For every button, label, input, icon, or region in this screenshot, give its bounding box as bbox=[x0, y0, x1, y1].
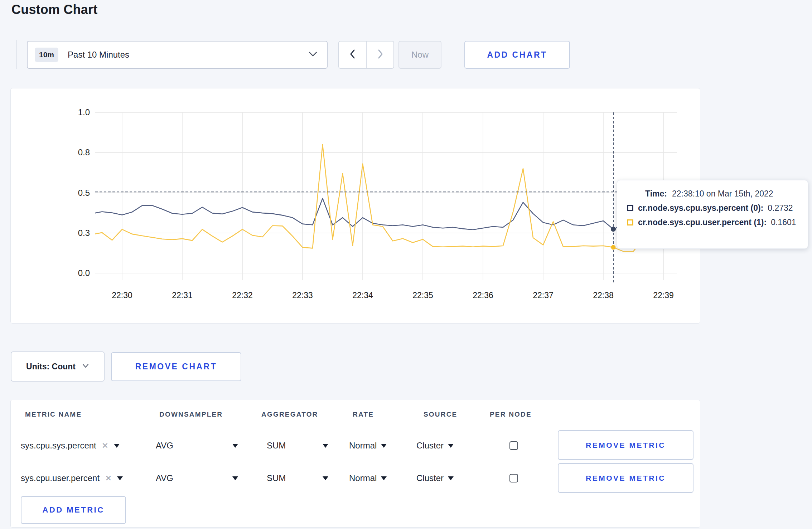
metric-name-value: sys.cpu.sys.percent bbox=[21, 441, 96, 451]
series-swatch-icon bbox=[627, 205, 633, 211]
add-chart-button[interactable]: ADD CHART bbox=[464, 41, 570, 69]
page-title: Custom Chart bbox=[11, 2, 97, 17]
downsampler-value: AVG bbox=[156, 441, 173, 451]
tooltip-series-entry: cr.node.sys.cpu.user.percent (1): 0.1601 bbox=[627, 218, 799, 227]
rate-value: Normal bbox=[349, 473, 377, 483]
crosshair-point-sys bbox=[611, 227, 616, 232]
metric-name-value: sys.cpu.user.percent bbox=[21, 473, 100, 483]
metric-name-select[interactable]: sys.cpu.user.percent ✕ bbox=[21, 464, 123, 492]
column-header-downsampler: DOWNSAMPLER bbox=[159, 411, 223, 418]
tooltip-time-row: Time:22:38:10 on Mar 15th, 2022 bbox=[645, 189, 799, 199]
downsampler-select[interactable]: AVG bbox=[156, 431, 238, 460]
source-value: Cluster bbox=[416, 473, 444, 483]
chart-card: 22:3022:3122:3222:3322:3422:3522:3622:37… bbox=[10, 88, 700, 324]
timeseries-chart[interactable]: 22:3022:3122:3222:3322:3422:3522:3622:37… bbox=[11, 88, 701, 324]
x-axis-tick-label: 22:33 bbox=[292, 291, 313, 300]
y-axis-tick-label: 0.5 bbox=[78, 188, 90, 198]
column-header-metric-name: METRIC NAME bbox=[25, 411, 82, 418]
chart-gridlines: 22:3022:3122:3222:3322:3422:3522:3622:37… bbox=[78, 107, 677, 300]
time-forward-button[interactable] bbox=[366, 42, 393, 68]
chevron-down-icon bbox=[308, 51, 318, 59]
add-metric-button[interactable]: ADD METRIC bbox=[21, 496, 126, 524]
dropdown-arrow-icon bbox=[323, 444, 328, 448]
tooltip-series-value: 0.2732 bbox=[768, 203, 793, 213]
time-range-dropdown[interactable]: 10m Past 10 Minutes bbox=[27, 41, 328, 69]
tooltip-time-label: Time: bbox=[645, 189, 667, 198]
units-dropdown[interactable]: Units: Count bbox=[11, 351, 105, 382]
column-header-rate: RATE bbox=[353, 411, 374, 418]
dropdown-arrow-icon bbox=[381, 444, 387, 448]
remove-metric-button[interactable]: REMOVE METRIC bbox=[558, 430, 693, 460]
clear-metric-icon[interactable]: ✕ bbox=[102, 441, 108, 451]
tooltip-series-label: cr.node.sys.cpu.sys.percent (0): bbox=[638, 203, 763, 213]
chart-hover-tooltip: Time:22:38:10 on Mar 15th, 2022 cr.node.… bbox=[617, 180, 808, 249]
y-axis-tick-label: 0.0 bbox=[78, 268, 90, 278]
rate-value: Normal bbox=[349, 441, 377, 451]
aggregator-value: SUM bbox=[267, 473, 286, 483]
x-axis-tick-label: 22:32 bbox=[232, 291, 253, 300]
units-label: Units: Count bbox=[26, 362, 76, 372]
x-axis-tick-label: 22:39 bbox=[653, 291, 674, 300]
series-line bbox=[92, 198, 673, 230]
x-axis-tick-label: 22:36 bbox=[473, 291, 493, 300]
remove-chart-button[interactable]: REMOVE CHART bbox=[111, 352, 241, 381]
y-axis-tick-label: 1.0 bbox=[78, 107, 90, 117]
dropdown-arrow-icon bbox=[232, 444, 238, 448]
x-axis-tick-label: 22:38 bbox=[593, 291, 614, 300]
rate-select[interactable]: Normal bbox=[349, 464, 387, 492]
series-line bbox=[92, 145, 673, 252]
rate-select[interactable]: Normal bbox=[349, 431, 387, 460]
metric-name-select[interactable]: sys.cpu.sys.percent ✕ bbox=[21, 431, 120, 460]
now-button[interactable]: Now bbox=[398, 41, 441, 69]
column-header-source: SOURCE bbox=[424, 411, 458, 418]
toolbar-left-divider bbox=[16, 40, 16, 69]
series-swatch-icon bbox=[627, 219, 633, 225]
tooltip-series-value: 0.1601 bbox=[771, 218, 796, 227]
crosshair-point-user bbox=[611, 245, 616, 250]
x-axis-tick-label: 22:31 bbox=[172, 291, 193, 300]
x-axis-tick-label: 22:37 bbox=[533, 291, 554, 300]
dropdown-arrow-icon bbox=[381, 476, 387, 480]
chevron-down-icon bbox=[82, 363, 89, 370]
clear-metric-icon[interactable]: ✕ bbox=[105, 474, 112, 483]
source-value: Cluster bbox=[416, 441, 444, 451]
aggregator-value: SUM bbox=[267, 441, 286, 451]
downsampler-value: AVG bbox=[156, 473, 173, 483]
x-axis-tick-label: 22:35 bbox=[412, 291, 433, 300]
chevron-left-icon bbox=[348, 49, 357, 61]
aggregator-select[interactable]: SUM bbox=[267, 431, 328, 460]
aggregator-select[interactable]: SUM bbox=[267, 464, 328, 492]
source-select[interactable]: Cluster bbox=[416, 431, 454, 460]
source-select[interactable]: Cluster bbox=[416, 464, 454, 492]
dropdown-arrow-icon bbox=[232, 476, 238, 480]
per-node-checkbox[interactable] bbox=[509, 441, 518, 450]
time-nav-group bbox=[338, 41, 394, 69]
column-header-aggregator: AGGREGATOR bbox=[261, 411, 318, 418]
time-range-label: Past 10 Minutes bbox=[68, 50, 308, 60]
x-axis-tick-label: 22:30 bbox=[112, 291, 132, 300]
dropdown-arrow-icon bbox=[114, 444, 120, 448]
chevron-right-icon bbox=[376, 49, 385, 61]
downsampler-select[interactable]: AVG bbox=[156, 464, 238, 492]
y-axis-tick-label: 0.8 bbox=[78, 147, 90, 157]
time-range-badge: 10m bbox=[35, 48, 58, 62]
x-axis-tick-label: 22:34 bbox=[352, 291, 373, 300]
tooltip-series-entry: cr.node.sys.cpu.sys.percent (0): 0.2732 bbox=[627, 203, 799, 213]
dropdown-arrow-icon bbox=[448, 444, 454, 448]
y-axis-tick-label: 0.3 bbox=[78, 228, 90, 238]
dropdown-arrow-icon bbox=[448, 476, 454, 480]
tooltip-series-label: cr.node.sys.cpu.user.percent (1): bbox=[638, 218, 767, 227]
remove-metric-button[interactable]: REMOVE METRIC bbox=[558, 463, 693, 493]
per-node-checkbox[interactable] bbox=[509, 474, 518, 482]
column-header-per-node: PER NODE bbox=[490, 411, 532, 418]
tooltip-time-value: 22:38:10 on Mar 15th, 2022 bbox=[672, 189, 773, 198]
time-back-button[interactable] bbox=[339, 42, 366, 68]
custom-chart-page: Custom Chart 10m Past 10 Minutes Now ADD… bbox=[0, 0, 812, 529]
dropdown-arrow-icon bbox=[323, 476, 328, 480]
dropdown-arrow-icon bbox=[117, 476, 123, 480]
